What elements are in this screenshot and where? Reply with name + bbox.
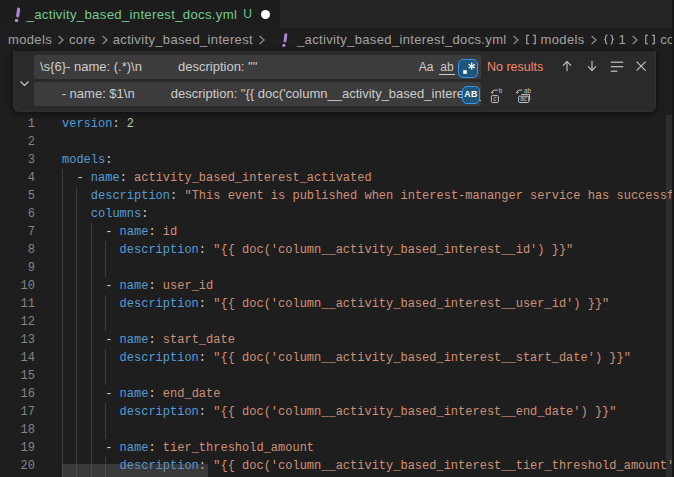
- svg-text:c: c: [493, 95, 496, 102]
- svg-text:b: b: [499, 88, 503, 94]
- svg-text:ac: ac: [520, 95, 527, 102]
- svg-text:ab: ab: [524, 88, 532, 94]
